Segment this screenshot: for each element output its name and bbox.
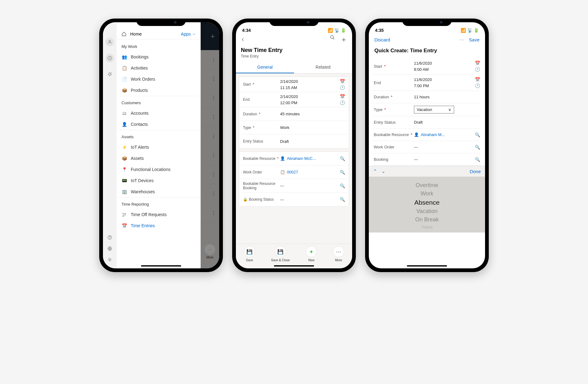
more-button[interactable]: ⋯More	[333, 246, 344, 262]
value-duration[interactable]: 11 hours	[414, 95, 480, 99]
value-start-date[interactable]: 11/6/2020	[414, 61, 432, 66]
add-icon[interactable]: ＋	[340, 35, 347, 44]
svg-point-3	[110, 238, 110, 239]
calendar-icon[interactable]: 📅	[475, 77, 480, 82]
globe-icon[interactable]	[107, 246, 112, 251]
calendar-icon[interactable]: 📅	[340, 94, 345, 99]
calendar-icon[interactable]: 📅	[340, 79, 345, 84]
value-brb[interactable]: ---	[280, 183, 284, 188]
status-time: 4:34	[242, 28, 251, 33]
save-button[interactable]: 💾Save	[244, 246, 255, 262]
nav-accounts[interactable]: 🗂Accounts	[117, 108, 201, 119]
search-icon[interactable]	[330, 35, 335, 44]
nav-activities[interactable]: 📋Activities	[117, 62, 201, 74]
home-bar[interactable]	[141, 265, 181, 267]
home-bar[interactable]	[407, 265, 447, 267]
saveclose-button[interactable]: 💾Save & Close	[271, 246, 290, 262]
value-end-time[interactable]: 12:00 PM	[280, 100, 297, 105]
picker-option[interactable]: Overtime	[415, 181, 438, 190]
nav-iotalerts[interactable]: ⚡IoT Alerts	[117, 142, 201, 153]
nav-item-label: Assets	[131, 156, 144, 161]
value-duration[interactable]: 45 minutes	[280, 112, 345, 116]
value-end-date[interactable]: 11/6/2020	[414, 77, 432, 82]
nav-timeoff[interactable]: 🕊Time Off Requests	[117, 209, 201, 220]
picker-toolbar: ⌃ ⌄ Done	[369, 166, 485, 177]
search-icon[interactable]: 🔍	[340, 197, 345, 202]
bookings-icon: 👥	[121, 54, 127, 59]
value-entrystatus[interactable]: Draft	[280, 139, 345, 144]
pin-icon[interactable]	[105, 70, 114, 79]
value-bookable[interactable]: 👤Abraham McC...	[280, 156, 316, 161]
battery-icon: 🔋	[341, 28, 346, 33]
search-icon[interactable]: 🔍	[340, 170, 345, 175]
nav-item-label: Work Orders	[131, 77, 155, 82]
calendar-icon[interactable]: 📅	[475, 61, 480, 66]
discard-button[interactable]: Discard	[374, 37, 390, 42]
value-start-date[interactable]: 2/14/2020	[280, 79, 298, 84]
nav-item-label: Time Entries	[131, 223, 155, 228]
clock-icon[interactable]: 🕐	[475, 67, 480, 72]
recent-icon[interactable]	[105, 54, 114, 62]
search-icon[interactable]: 🔍	[340, 183, 345, 188]
picker-option[interactable]: On Break	[415, 215, 439, 224]
more-icon[interactable]: ⋯	[459, 37, 464, 42]
nav-assets[interactable]: 📦Assets	[117, 153, 201, 164]
home-bar[interactable]	[274, 265, 314, 267]
nav-bookings[interactable]: 👥Bookings	[117, 51, 201, 62]
search-icon[interactable]: 🔍	[475, 145, 480, 150]
picker-down-icon[interactable]: ⌄	[381, 169, 386, 174]
search-icon[interactable]: 🔍	[475, 157, 480, 162]
value-start-time[interactable]: 11:15 AM	[280, 85, 297, 90]
value-workorder[interactable]: ---	[414, 145, 418, 149]
nav-workorders[interactable]: 📄Work Orders	[117, 74, 201, 85]
clock-icon[interactable]: 🕐	[340, 100, 345, 105]
tab-general[interactable]: General	[236, 62, 294, 73]
more-icon: ⋯	[333, 246, 344, 257]
nav-warehouses[interactable]: 🏢Warehouses	[117, 186, 201, 197]
picker-option[interactable]: Travel	[421, 224, 432, 230]
value-bookable[interactable]: 👤Abraham M...	[414, 132, 445, 137]
picker-done-button[interactable]: Done	[470, 169, 481, 174]
bb-label: New	[308, 258, 314, 262]
page-subtitle: Time Entry	[241, 54, 347, 58]
nav-locations[interactable]: 📍Functional Locations	[117, 164, 201, 175]
value-end-date[interactable]: 2/14/2020	[280, 94, 298, 99]
settings-icon[interactable]	[107, 257, 112, 262]
notch	[269, 19, 319, 26]
tab-related[interactable]: Related	[294, 62, 352, 73]
back-button[interactable]	[241, 37, 245, 42]
nav-timeentries[interactable]: 📅Time Entries	[117, 220, 201, 231]
picker-option[interactable]: Work	[420, 190, 433, 198]
search-icon[interactable]: 🔍	[340, 156, 345, 161]
help-icon[interactable]	[107, 235, 112, 240]
nav-products[interactable]: 📦Products	[117, 85, 201, 96]
value-end-time[interactable]: 7:00 PM	[414, 83, 429, 88]
nav-item-label: Products	[131, 88, 148, 93]
clock-icon[interactable]: 🕐	[475, 83, 480, 88]
type-select[interactable]: Vacation ∨	[414, 106, 454, 113]
type-picker[interactable]: Overtime Work Absence Vacation On Break …	[369, 177, 485, 233]
value-start-time[interactable]: 8:00 AM	[414, 67, 429, 72]
label-entrystatus: Entry Status	[374, 120, 396, 125]
notch	[136, 19, 186, 26]
profile-icon[interactable]	[105, 38, 114, 46]
label-start: Start	[374, 64, 382, 69]
clock-icon[interactable]: 🕐	[340, 85, 345, 90]
save-button[interactable]: Save	[469, 37, 479, 42]
picker-option-selected[interactable]: Absence	[414, 198, 440, 207]
value-entrystatus[interactable]: Draft	[414, 120, 480, 125]
value-type[interactable]: Work	[280, 125, 345, 130]
value-booking[interactable]: ---	[414, 157, 418, 162]
page-title: Quick Create: Time Entry	[369, 46, 485, 58]
value-workorder[interactable]: 📋00027	[280, 170, 298, 174]
new-button[interactable]: ＋New	[306, 246, 317, 262]
nav-contacts[interactable]: 👤Contacts	[117, 119, 201, 130]
apps-link[interactable]: Apps →	[181, 32, 196, 36]
search-icon[interactable]: 🔍	[475, 132, 480, 137]
picker-up-icon[interactable]: ⌃	[373, 169, 377, 174]
nav-item-label: Bookings	[131, 54, 149, 59]
label-workorder: Work Order	[374, 145, 394, 149]
home-label[interactable]: Home	[130, 32, 142, 36]
picker-option[interactable]: Vacation	[416, 207, 438, 215]
nav-iotdevices[interactable]: 📟IoT Devices	[117, 175, 201, 186]
